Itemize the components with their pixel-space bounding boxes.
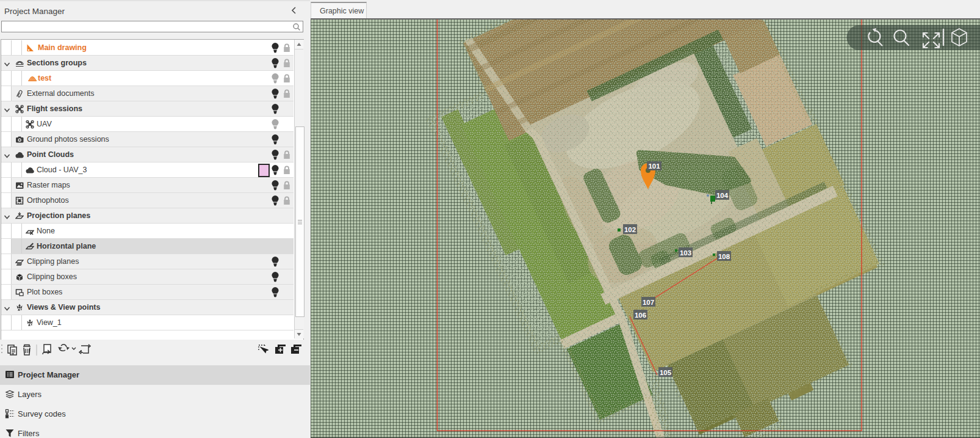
- svg-text:108: 108: [718, 253, 730, 260]
- svg-text:104: 104: [716, 192, 729, 199]
- svg-text:105: 105: [660, 369, 672, 376]
- svg-text:106: 106: [635, 312, 646, 319]
- svg-text:101: 101: [648, 162, 660, 170]
- svg-text:103: 103: [680, 249, 691, 257]
- svg-text:102: 102: [624, 226, 636, 233]
- svg-text:107: 107: [643, 299, 654, 306]
